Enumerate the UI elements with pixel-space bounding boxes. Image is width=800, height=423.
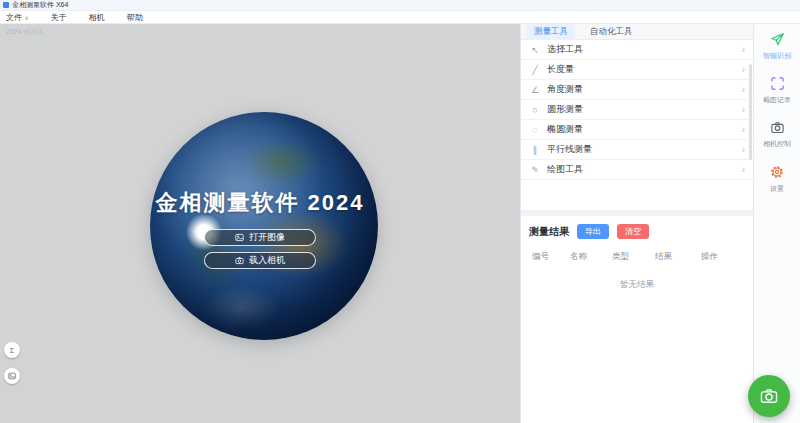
image-icon [8,372,16,380]
right-sidebar: 智能识别 截图记录 相机控制 设置 [753,24,800,423]
results-section: 测量结果 导出 清空 编号 名称 类型 结果 操作 暂无结果 [521,216,753,291]
window-title: 金相测量软件 X64 [12,0,68,10]
scrollbar-thumb[interactable] [749,64,752,160]
tool-group-circle[interactable]: ○ 圆形测量 › [521,100,753,120]
col-result: 结果 [655,251,701,263]
ellipse-icon: ◌ [529,125,541,135]
sigma-tool-button[interactable]: Σ [4,342,20,358]
sidebar-item-smart-recognition[interactable]: 智能识别 [754,30,800,74]
chevron-right-icon: › [742,124,745,135]
capture-fab-button[interactable] [748,375,790,417]
tool-group-angle[interactable]: ∠ 角度测量 › [521,80,753,100]
tab-automation-tools[interactable]: 自动化工具 [583,24,640,40]
parallel-icon: ∥ [529,145,541,155]
menu-help[interactable]: 帮助 [127,12,143,23]
version-label: 2024 v1.0.3 [6,28,43,35]
empty-state-text: 暂无结果 [521,279,753,291]
tab-measure-tools[interactable]: 测量工具 [527,24,575,40]
col-action: 操作 [701,251,753,263]
image-tool-button[interactable] [4,368,20,384]
tools-panel: 测量工具 自动化工具 ↖ 选择工具 › ╱ 长度量 › ∠ 角度测量 › ○ 圆… [520,24,753,423]
chevron-right-icon: › [742,84,745,95]
line-icon: ╱ [529,65,541,75]
tool-group-ellipse[interactable]: ◌ 椭圆测量 › [521,120,753,140]
chevron-right-icon: › [742,104,745,115]
chevron-right-icon: › [742,144,745,155]
gear-icon [769,164,785,180]
open-image-label: 打开图像 [249,231,285,244]
chevron-right-icon: › [742,64,745,75]
sidebar-item-settings[interactable]: 设置 [754,162,800,206]
image-icon [235,233,244,242]
cursor-icon: ↖ [529,45,541,55]
sidebar-item-camera-control[interactable]: 相机控制 [754,118,800,162]
title-bar: 金相测量软件 X64 [0,0,800,11]
tool-group-list: ↖ 选择工具 › ╱ 长度量 › ∠ 角度测量 › ○ 圆形测量 › ◌ 椭圆测 [521,40,753,180]
export-button[interactable]: 导出 [577,224,609,239]
menu-about[interactable]: 关于 [51,12,67,23]
camera-icon [770,120,785,135]
main-canvas: 2024 v1.0.3 金相测量软件 2024 打开图像 载入相机 Σ [0,24,520,423]
tool-group-parallel[interactable]: ∥ 平行线测量 › [521,140,753,160]
earth-globe-image [150,112,378,340]
app-window: 金相测量软件 X64 文件 ∨ 关于 相机 帮助 2024 v1.0.3 金相测… [0,0,800,423]
pencil-icon: ✎ [529,165,541,175]
chevron-down-icon: ∨ [24,15,28,21]
clear-button[interactable]: 清空 [617,224,649,239]
tool-group-select[interactable]: ↖ 选择工具 › [521,40,753,60]
chevron-right-icon: › [742,164,745,175]
results-table-header: 编号 名称 类型 结果 操作 [521,251,753,263]
tools-tabbar: 测量工具 自动化工具 [521,24,753,40]
camera-icon [235,256,244,265]
circle-icon: ○ [529,105,541,115]
camera-icon [758,385,780,407]
tool-group-draw[interactable]: ✎ 绘图工具 › [521,160,753,180]
menu-bar: 文件 ∨ 关于 相机 帮助 [0,11,800,24]
paper-plane-icon [770,32,785,47]
sigma-icon: Σ [10,346,15,355]
splash-title: 金相测量软件 2024 [0,188,520,218]
load-camera-label: 载入相机 [249,254,285,267]
menu-file[interactable]: 文件 ∨ [6,12,29,23]
col-type: 类型 [612,251,655,263]
scan-frame-icon [770,76,785,91]
angle-icon: ∠ [529,85,541,95]
menu-camera[interactable]: 相机 [89,12,105,23]
col-number: 编号 [532,251,570,263]
col-name: 名称 [570,251,612,263]
sidebar-item-capture-records[interactable]: 截图记录 [754,74,800,118]
load-camera-button[interactable]: 载入相机 [204,252,316,269]
chevron-right-icon: › [742,44,745,55]
tool-group-length[interactable]: ╱ 长度量 › [521,60,753,80]
open-image-button[interactable]: 打开图像 [204,229,316,246]
app-logo-icon [3,2,9,8]
results-title: 测量结果 [529,225,569,239]
